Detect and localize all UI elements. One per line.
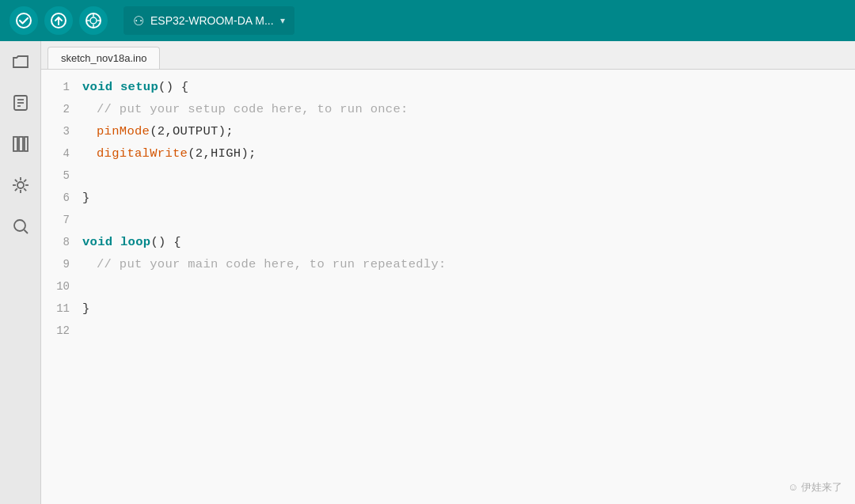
- code-line-6: 6 }: [41, 187, 855, 209]
- code-editor[interactable]: 1 void setup() { 2 // put your setup cod…: [41, 70, 855, 504]
- toolbar: ⚇ ESP32-WROOM-DA M... ▾: [0, 0, 855, 41]
- svg-line-21: [14, 180, 17, 182]
- line-num-4: 4: [41, 142, 82, 165]
- line-content-8: void loop() {: [82, 231, 855, 253]
- usb-icon: ⚇: [133, 13, 144, 28]
- sidebar: [0, 41, 41, 504]
- line-content-12: [82, 320, 855, 342]
- watermark-text: ☺ 伊娃来了: [788, 480, 842, 495]
- svg-rect-14: [19, 137, 23, 151]
- svg-point-4: [90, 17, 97, 24]
- line-num-6: 6: [41, 187, 82, 209]
- code-line-4: 4 digitalWrite(2,HIGH);: [41, 142, 855, 165]
- sidebar-icon-sketch[interactable]: [8, 90, 33, 116]
- sidebar-icon-search[interactable]: [8, 214, 33, 239]
- line-content-7: [82, 209, 855, 231]
- svg-line-26: [24, 230, 28, 234]
- line-num-11: 11: [41, 297, 82, 320]
- svg-line-23: [24, 180, 26, 182]
- debug-button[interactable]: [79, 6, 108, 35]
- line-content-3: pinMode(2,OUTPUT);: [82, 120, 855, 142]
- line-content-1: void setup() {: [82, 76, 855, 98]
- main-area: sketch_nov18a.ino 1 void setup() { 2 // …: [0, 41, 855, 504]
- line-content-10: [82, 275, 855, 297]
- board-name: ESP32-WROOM-DA M...: [150, 14, 274, 27]
- code-line-12: 12: [41, 320, 855, 342]
- svg-line-24: [14, 188, 17, 191]
- code-line-11: 11 }: [41, 297, 855, 320]
- line-num-8: 8: [41, 231, 82, 253]
- upload-button[interactable]: [44, 6, 73, 35]
- code-line-3: 3 pinMode(2,OUTPUT);: [41, 120, 855, 142]
- line-content-6: }: [82, 187, 855, 209]
- code-line-2: 2 // put your setup code here, to run on…: [41, 98, 855, 120]
- line-num-7: 7: [41, 209, 82, 231]
- code-line-7: 7: [41, 209, 855, 231]
- sidebar-icon-folder[interactable]: [8, 49, 33, 74]
- code-line-8: 8 void loop() {: [41, 231, 855, 253]
- line-num-10: 10: [41, 275, 82, 297]
- code-line-9: 9 // put your main code here, to run rep…: [41, 253, 855, 275]
- line-content-4: digitalWrite(2,HIGH);: [82, 142, 855, 165]
- code-line-5: 5: [41, 165, 855, 187]
- verify-button[interactable]: [10, 6, 38, 35]
- code-line-10: 10: [41, 275, 855, 297]
- svg-rect-13: [13, 137, 17, 151]
- code-line-1: 1 void setup() {: [41, 76, 855, 98]
- line-content-9: // put your main code here, to run repea…: [82, 253, 855, 275]
- tab-bar: sketch_nov18a.ino: [41, 41, 855, 70]
- svg-point-0: [17, 13, 31, 28]
- line-num-1: 1: [41, 76, 82, 98]
- svg-line-22: [24, 188, 26, 191]
- line-content-5: [82, 165, 855, 187]
- sidebar-icon-boards[interactable]: [8, 172, 33, 198]
- chevron-icon: ▾: [280, 15, 285, 26]
- line-num-2: 2: [41, 98, 82, 120]
- line-num-9: 9: [41, 253, 82, 275]
- line-num-5: 5: [41, 165, 82, 187]
- board-selector[interactable]: ⚇ ESP32-WROOM-DA M... ▾: [124, 6, 294, 35]
- watermark: ☺ 伊娃来了: [788, 480, 842, 495]
- sidebar-icon-library[interactable]: [8, 131, 33, 157]
- line-num-12: 12: [41, 320, 82, 342]
- svg-point-16: [17, 182, 24, 188]
- svg-point-25: [14, 220, 25, 231]
- svg-rect-15: [25, 137, 28, 151]
- line-content-2: // put your setup code here, to run once…: [82, 98, 855, 120]
- line-content-11: }: [82, 297, 855, 320]
- editor-area: sketch_nov18a.ino 1 void setup() { 2 // …: [41, 41, 855, 504]
- tab-sketch[interactable]: sketch_nov18a.ino: [48, 47, 160, 69]
- line-num-3: 3: [41, 120, 82, 142]
